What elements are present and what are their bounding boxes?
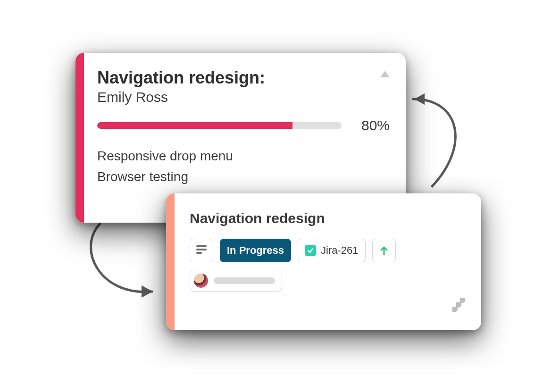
progress-percent: 80% [357,117,390,133]
svg-marker-0 [414,93,425,105]
subtask-item: Browser testing [97,167,390,187]
progress-bar [97,122,342,129]
progress-fill [97,122,292,129]
svg-rect-2 [196,245,207,247]
description-icon [196,244,207,257]
subtask-list: Responsive drop menu Browser testing [97,146,390,187]
accent-stripe [75,53,84,223]
jira-link-chip[interactable]: Jira-261 [298,239,365,262]
sync-arrow-top [404,90,479,203]
jira-id: Jira-261 [321,244,358,257]
accent-stripe [166,193,175,330]
progress-row: 80% [97,117,390,133]
assignee-placeholder [214,277,275,284]
arrow-up-icon [380,245,388,256]
status-chip[interactable]: In Progress [220,239,291,262]
jira-card[interactable]: Navigation redesign In Progress [166,193,481,330]
sync-arrow-bottom [81,221,175,315]
avatar [194,274,208,288]
priority-chip[interactable] [372,239,396,262]
card-title: Navigation redesign: [97,68,265,87]
card-title: Navigation redesign [190,210,465,226]
jira-icon [445,295,470,320]
svg-marker-1 [142,285,153,298]
svg-rect-3 [196,249,207,250]
description-button[interactable] [190,239,213,262]
card-assignee: Emily Ross [97,89,265,105]
svg-rect-4 [196,252,202,254]
collapse-up-icon[interactable] [380,71,390,77]
assignee-chip[interactable] [190,270,282,292]
subtask-item: Responsive drop menu [97,146,390,166]
checkbox-done-icon [305,245,316,256]
status-label: In Progress [227,244,284,257]
